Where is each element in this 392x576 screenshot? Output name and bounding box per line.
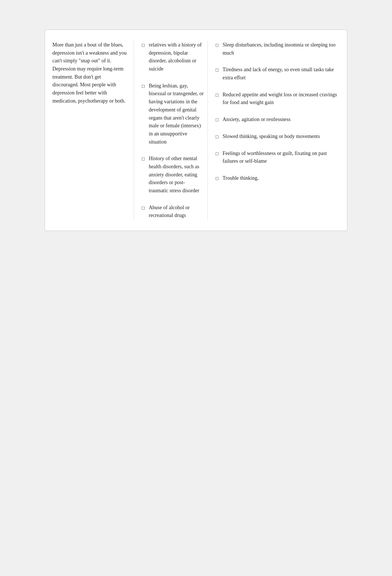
bullet-icon: ◻	[141, 155, 145, 162]
list-item-text: Tiredness and lack of energy, so even sm…	[223, 66, 340, 82]
list-item-text: Sleep disturbances, including insomnia o…	[223, 41, 340, 57]
bullet-icon: ◻	[215, 92, 219, 99]
bullet-icon: ◻	[215, 66, 219, 73]
list-item-text: Abuse of alcohol or recreational drugs	[149, 204, 204, 220]
bullet-icon: ◻	[215, 116, 219, 123]
list-item: ◻Sleep disturbances, including insomnia …	[215, 41, 340, 57]
list-item: ◻Tiredness and lack of energy, so even s…	[215, 66, 340, 82]
risk-factors-list: ◻relatives with a history of depression,…	[141, 41, 204, 220]
list-item-text: Anxiety, agitation or restlessness	[223, 115, 340, 124]
list-item: ◻Reduced appetite and weight loss or inc…	[215, 91, 340, 107]
list-item: ◻Anxiety, agitation or restlessness	[215, 115, 340, 124]
intro-text: More than just a bout of the blues, depr…	[52, 41, 128, 105]
bullet-icon: ◻	[141, 42, 145, 49]
list-item: ◻Being lesbian, gay, bisexual or transge…	[141, 82, 204, 146]
list-item-text: relatives with a history of depression, …	[149, 41, 204, 73]
list-item: ◻Abuse of alcohol or recreational drugs	[141, 204, 204, 220]
list-item-text: History of other mental health disorders…	[149, 155, 204, 194]
bullet-icon: ◻	[215, 175, 219, 182]
list-item-text: Trouble thinking,	[223, 174, 340, 182]
list-item: ◻Slowed thinking, speaking or body movem…	[215, 132, 340, 141]
bullet-icon: ◻	[215, 150, 219, 157]
list-item-text: Being lesbian, gay, bisexual or transgen…	[149, 82, 204, 146]
list-item: ◻Feelings of worthlessness or guilt, fix…	[215, 149, 340, 165]
list-item-text: Feelings of worthlessness or guilt, fixa…	[223, 149, 340, 165]
content-card: More than just a bout of the blues, depr…	[45, 30, 347, 231]
list-item-text: Reduced appetite and weight loss or incr…	[223, 91, 340, 107]
list-item: ◻relatives with a history of depression,…	[141, 41, 204, 73]
symptoms-list: ◻Sleep disturbances, including insomnia …	[215, 41, 340, 182]
column-2: ◻relatives with a history of depression,…	[134, 41, 207, 220]
column-3: ◻Sleep disturbances, including insomnia …	[207, 41, 340, 220]
list-item: ◻History of other mental health disorder…	[141, 155, 204, 194]
bullet-icon: ◻	[215, 133, 219, 140]
list-item-text: Slowed thinking, speaking or body moveme…	[223, 132, 340, 141]
bullet-icon: ◻	[141, 204, 145, 211]
bullet-icon: ◻	[141, 83, 145, 90]
list-item: ◻Trouble thinking,	[215, 174, 340, 182]
bullet-icon: ◻	[215, 42, 219, 49]
column-1: More than just a bout of the blues, depr…	[52, 41, 134, 220]
